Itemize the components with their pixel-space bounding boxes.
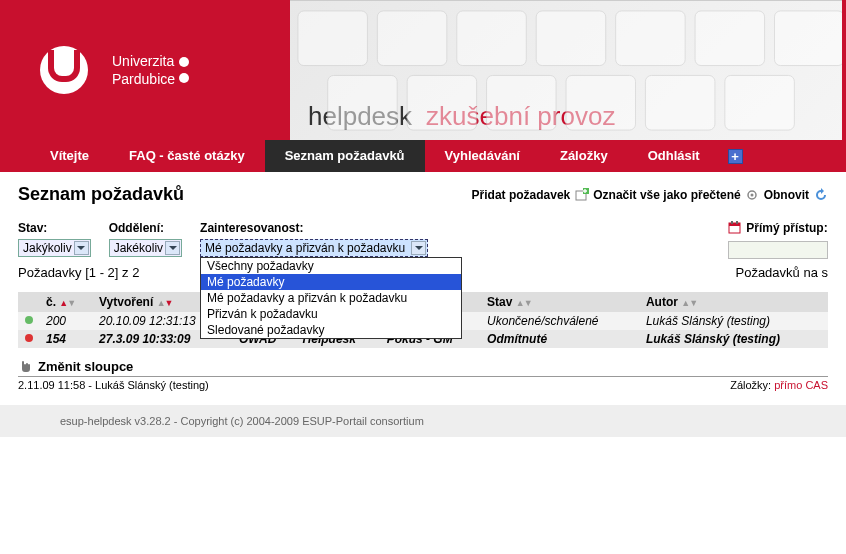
filter-dept-label: Oddělení: [109, 221, 182, 235]
involvement-option[interactable]: Přizván k požadavku [201, 306, 461, 322]
svg-point-16 [751, 193, 754, 196]
brand-line2: Pardubice [112, 70, 175, 88]
bookmarks-label: Záložky: [730, 379, 771, 391]
bookmarks-link[interactable]: přímo CAS [774, 379, 828, 391]
result-count: Požadavky [1 - 2] z 2 [18, 265, 139, 280]
copyright: esup-helpdesk v3.28.2 - Copyright (c) 20… [0, 405, 846, 437]
nav-bookmarks[interactable]: Záložky [540, 140, 628, 172]
svg-rect-9 [487, 75, 557, 130]
svg-rect-12 [725, 75, 795, 130]
calendar-icon [728, 221, 741, 237]
content: Seznam požadavků Přidat požadavek Označi… [0, 172, 846, 399]
refresh-link[interactable]: Obnovit [764, 188, 809, 202]
chevron-down-icon [74, 241, 89, 255]
refresh-icon[interactable] [813, 187, 828, 202]
chevron-down-icon [411, 241, 426, 255]
col-state[interactable]: Stav ▲▼ [481, 292, 640, 312]
change-columns-link[interactable]: Změnit sloupce [18, 358, 828, 374]
bullet-green-icon [24, 314, 34, 328]
filter-state-label: Stav: [18, 221, 91, 235]
svg-rect-0 [298, 11, 368, 66]
footer-timestamp: 2.11.09 11:58 - Lukáš Slánský (testing) [18, 379, 209, 391]
nav-faq[interactable]: FAQ - časté otázky [109, 140, 265, 172]
nav-logout[interactable]: Odhlásit [628, 140, 720, 172]
svg-rect-10 [566, 75, 636, 130]
change-columns-label: Změnit sloupce [38, 359, 133, 374]
page-size-label: Požadavků na s [735, 265, 828, 280]
involvement-option[interactable]: Sledované požadavky [201, 322, 461, 338]
add-ticket-link[interactable]: Přidat požadavek [472, 188, 571, 202]
filter-state-value: Jakýkoliv [23, 241, 72, 255]
page-actions: Přidat požadavek Označit vše jako přečte… [472, 187, 828, 202]
chevron-down-icon [165, 241, 180, 255]
nav-search[interactable]: Vyhledávání [425, 140, 540, 172]
svg-rect-6 [775, 11, 843, 66]
filter-dept-value: Jakékoliv [114, 241, 163, 255]
brand-area: Univerzita Pardubice [0, 0, 290, 140]
involvement-option[interactable]: Všechny požadavky [201, 258, 461, 274]
nav-add-icon[interactable]: + [728, 149, 743, 164]
filter-involvement-value: Mé požadavky a přizván k požadavku [205, 241, 405, 255]
nav-welcome[interactable]: Vítejte [30, 140, 109, 172]
cell-author: Lukáš Slánský (testing) [640, 312, 828, 330]
logo-icon [40, 46, 88, 94]
involvement-option[interactable]: Mé požadavky a přizván k požadavku [201, 290, 461, 306]
cell-state: Odmítnuté [481, 330, 640, 348]
brand-text: Univerzita Pardubice [112, 52, 175, 88]
filter-involvement: Zainteresovanost: Mé požadavky a přizván… [200, 221, 428, 257]
brand-line1: Univerzita [112, 52, 175, 70]
svg-point-22 [25, 334, 33, 342]
svg-rect-18 [729, 223, 740, 226]
involvement-dropdown: Všechny požadavky Mé požadavky Mé požada… [200, 257, 462, 339]
filter-dept-select[interactable]: Jakékoliv [109, 239, 182, 257]
cell-state: Ukončené/schválené [481, 312, 640, 330]
page-title: Seznam požadavků [18, 184, 184, 205]
cell-num: 200 [40, 312, 93, 330]
cell-num: 154 [40, 330, 93, 348]
svg-rect-1 [377, 11, 447, 66]
hand-icon [18, 358, 34, 374]
svg-rect-2 [457, 11, 527, 66]
header: Univerzita Pardubice helpdesk zkušební p… [0, 0, 846, 140]
direct-access: Přímý přístup: [728, 221, 828, 259]
mark-read-link[interactable]: Označit vše jako přečtené [593, 188, 740, 202]
svg-point-21 [25, 316, 33, 324]
filter-involvement-label: Zainteresovanost: [200, 221, 428, 235]
filter-state-select[interactable]: Jakýkoliv [18, 239, 91, 257]
svg-rect-5 [695, 11, 765, 66]
svg-rect-19 [731, 221, 733, 224]
filter-dept: Oddělení: Jakékoliv [109, 221, 182, 257]
bullet-red-icon [24, 332, 34, 346]
svg-rect-3 [536, 11, 606, 66]
add-ticket-icon[interactable] [574, 187, 589, 202]
keyboard-bg-icon [290, 1, 842, 140]
direct-access-label: Přímý přístup: [746, 221, 827, 235]
svg-rect-7 [328, 75, 398, 130]
svg-rect-4 [616, 11, 686, 66]
filter-involvement-select[interactable]: Mé požadavky a přizván k požadavku [200, 239, 428, 257]
direct-access-input[interactable] [728, 241, 828, 259]
filter-bar: Stav: Jakýkoliv Oddělení: Jakékoliv Zain… [18, 221, 828, 259]
svg-rect-11 [645, 75, 715, 130]
main-nav: Vítejte FAQ - časté otázky Seznam požada… [0, 140, 846, 172]
mark-read-icon[interactable] [745, 187, 760, 202]
banner: helpdesk zkušební provoz [290, 0, 842, 140]
col-author[interactable]: Autor ▲▼ [640, 292, 828, 312]
involvement-option[interactable]: Mé požadavky [201, 274, 461, 290]
svg-rect-8 [407, 75, 477, 130]
nav-tickets[interactable]: Seznam požadavků [265, 140, 425, 172]
footer-meta: 2.11.09 11:58 - Lukáš Slánský (testing) … [18, 376, 828, 393]
cell-author: Lukáš Slánský (testing) [640, 330, 828, 348]
svg-rect-20 [736, 221, 738, 224]
col-num[interactable]: č. ▲▼ [40, 292, 93, 312]
filter-state: Stav: Jakýkoliv [18, 221, 91, 257]
